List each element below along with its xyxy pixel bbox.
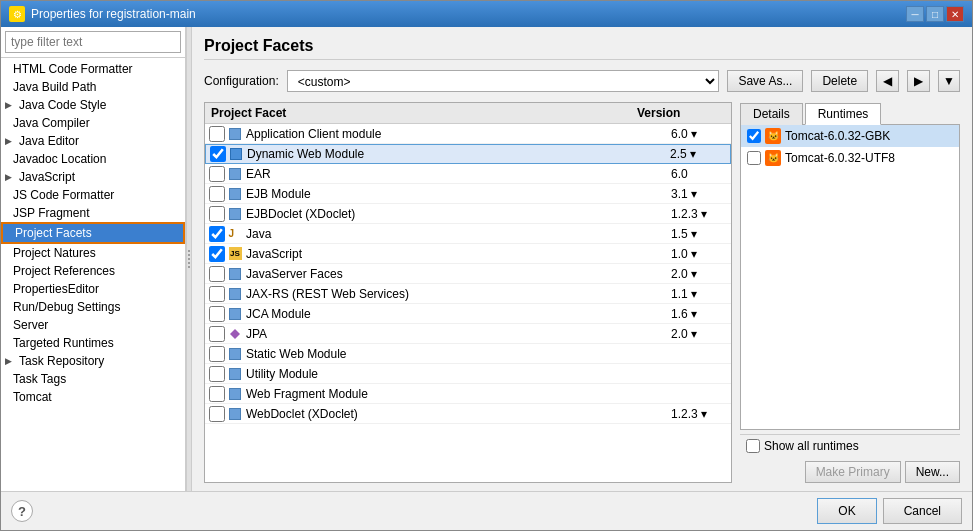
tabs-container: Details Runtimes — [740, 102, 960, 125]
facet-icon-dynamic-web — [228, 146, 244, 162]
close-button[interactable]: ✕ — [946, 6, 964, 22]
sidebar-item-tomcat[interactable]: Tomcat — [1, 388, 185, 406]
title-bar-left: ⚙ Properties for registration-main — [9, 6, 196, 22]
facet-icon-java: J — [227, 226, 243, 242]
expand-icon: ▶ — [5, 136, 15, 146]
cancel-button[interactable]: Cancel — [883, 498, 962, 524]
facet-checkbox-ejb[interactable] — [209, 186, 225, 202]
title-bar-buttons: ─ □ ✕ — [906, 6, 964, 22]
tomcat-icon-utf8: 🐱 — [765, 150, 781, 166]
facet-checkbox-ejbdoclet[interactable] — [209, 206, 225, 222]
delete-button[interactable]: Delete — [811, 70, 868, 92]
sidebar-item-project-natures[interactable]: Project Natures — [1, 244, 185, 262]
new-runtime-button[interactable]: New... — [905, 461, 960, 483]
facet-checkbox-app-client[interactable] — [209, 126, 225, 142]
help-button[interactable]: ? — [11, 500, 33, 522]
minimize-button[interactable]: ─ — [906, 6, 924, 22]
table-header: Project Facet Version — [205, 103, 731, 124]
sidebar-item-targeted-runtimes[interactable]: Targeted Runtimes — [1, 334, 185, 352]
ok-button[interactable]: OK — [817, 498, 876, 524]
runtimes-tab-content: 🐱 Tomcat-6.0.32-GBK 🐱 Tomcat-6.0.32-UTF8 — [740, 125, 960, 430]
table-row: JPA 2.0 ▾ — [205, 324, 731, 344]
sidebar-item-java-code-style[interactable]: ▶ Java Code Style — [1, 96, 185, 114]
filter-input[interactable] — [5, 31, 181, 53]
sidebar-item-jsp-fragment[interactable]: JSP Fragment — [1, 204, 185, 222]
tomcat-icon: 🐱 — [765, 128, 781, 144]
tab-runtimes[interactable]: Runtimes — [805, 103, 882, 125]
table-row: JCA Module 1.6 ▾ — [205, 304, 731, 324]
show-all-checkbox[interactable] — [746, 439, 760, 453]
sidebar-item-javascript[interactable]: ▶ JavaScript — [1, 168, 185, 186]
col-header-facet: Project Facet — [205, 106, 631, 120]
table-row: Utility Module — [205, 364, 731, 384]
sidebar-item-javadoc-location[interactable]: Javadoc Location — [1, 150, 185, 168]
sidebar-item-project-references[interactable]: Project References — [1, 262, 185, 280]
config-label: Configuration: — [204, 74, 279, 88]
facet-checkbox-static-web[interactable] — [209, 346, 225, 362]
facet-icon-web-fragment — [227, 386, 243, 402]
title-bar: ⚙ Properties for registration-main ─ □ ✕ — [1, 1, 972, 27]
sidebar-item-js-code-formatter[interactable]: JS Code Formatter — [1, 186, 185, 204]
facet-checkbox-utility[interactable] — [209, 366, 225, 382]
facet-icon-jsf — [227, 266, 243, 282]
back-button[interactable]: ◀ — [876, 70, 899, 92]
sidebar-item-html-code-formatter[interactable]: HTML Code Formatter — [1, 60, 185, 78]
sidebar-item-task-repository[interactable]: ▶ Task Repository — [1, 352, 185, 370]
facet-checkbox-jca[interactable] — [209, 306, 225, 322]
sidebar-item-run-debug-settings[interactable]: Run/Debug Settings — [1, 298, 185, 316]
table-row: J Java 1.5 ▾ — [205, 224, 731, 244]
panel-title: Project Facets — [204, 37, 960, 60]
config-row: Configuration: <custom> Save As... Delet… — [204, 70, 960, 92]
facet-checkbox-dynamic-web[interactable] — [210, 146, 226, 162]
facet-checkbox-java[interactable] — [209, 226, 225, 242]
facet-checkbox-web-fragment[interactable] — [209, 386, 225, 402]
runtime-checkbox-tomcat-gbk[interactable] — [747, 129, 761, 143]
runtime-checkbox-tomcat-utf8[interactable] — [747, 151, 761, 165]
table-row: Static Web Module — [205, 344, 731, 364]
sidebar-item-task-tags[interactable]: Task Tags — [1, 370, 185, 388]
facet-icon-jpa — [227, 326, 243, 342]
sidebar-item-java-editor[interactable]: ▶ Java Editor — [1, 132, 185, 150]
facet-checkbox-webdoclet[interactable] — [209, 406, 225, 422]
facet-checkbox-jsf[interactable] — [209, 266, 225, 282]
show-all-runtimes-row: Show all runtimes — [740, 434, 960, 457]
facet-checkbox-ear[interactable] — [209, 166, 225, 182]
sidebar-item-java-build-path[interactable]: Java Build Path — [1, 78, 185, 96]
table-row: JAX-RS (REST Web Services) 1.1 ▾ — [205, 284, 731, 304]
config-select[interactable]: <custom> — [287, 70, 720, 92]
tab-details[interactable]: Details — [740, 103, 803, 125]
down-button[interactable]: ▼ — [938, 70, 960, 92]
runtime-item-tomcat-utf8[interactable]: 🐱 Tomcat-6.0.32-UTF8 — [741, 147, 959, 169]
facet-icon-jaxrs — [227, 286, 243, 302]
table-row-dynamic-web: Dynamic Web Module 2.5 ▾ — [205, 144, 731, 164]
table-body: Application Client module 6.0 ▾ Dynamic … — [205, 124, 731, 482]
facet-checkbox-javascript-facet[interactable] — [209, 246, 225, 262]
sidebar-item-properties-editor[interactable]: PropertiesEditor — [1, 280, 185, 298]
footer-left: ? — [11, 500, 33, 522]
left-panel: HTML Code Formatter Java Build Path ▶ Ja… — [1, 27, 186, 491]
dialog-body: HTML Code Formatter Java Build Path ▶ Ja… — [1, 27, 972, 491]
facet-checkbox-jpa[interactable] — [209, 326, 225, 342]
sidebar-item-java-compiler[interactable]: Java Compiler — [1, 114, 185, 132]
table-row: Application Client module 6.0 ▾ — [205, 124, 731, 144]
main-content: Project Facet Version Application Client… — [204, 102, 960, 483]
runtime-buttons: Make Primary New... — [740, 461, 960, 483]
sidebar-item-project-facets[interactable]: Project Facets — [1, 222, 185, 244]
forward-button[interactable]: ▶ — [907, 70, 930, 92]
table-row: WebDoclet (XDoclet) 1.2.3 ▾ — [205, 404, 731, 424]
facet-checkbox-jaxrs[interactable] — [209, 286, 225, 302]
dialog: ⚙ Properties for registration-main ─ □ ✕… — [0, 0, 973, 531]
save-as-button[interactable]: Save As... — [727, 70, 803, 92]
nav-scrollbar-wrapper: HTML Code Formatter Java Build Path ▶ Ja… — [1, 58, 185, 491]
maximize-button[interactable]: □ — [926, 6, 944, 22]
nav-list: HTML Code Formatter Java Build Path ▶ Ja… — [1, 58, 185, 491]
right-panel: Project Facets Configuration: <custom> S… — [192, 27, 972, 491]
facet-icon-ejb — [227, 186, 243, 202]
expand-icon: ▶ — [5, 356, 15, 366]
svg-marker-0 — [230, 329, 240, 339]
sidebar-item-server[interactable]: Server — [1, 316, 185, 334]
runtime-item-tomcat-gbk[interactable]: 🐱 Tomcat-6.0.32-GBK — [741, 125, 959, 147]
make-primary-button[interactable]: Make Primary — [805, 461, 901, 483]
facet-icon-ear — [227, 166, 243, 182]
dialog-icon: ⚙ — [9, 6, 25, 22]
